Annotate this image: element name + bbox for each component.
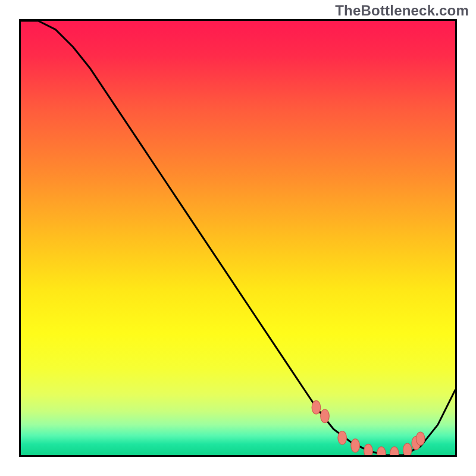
marker-dot: [364, 444, 373, 455]
highlight-points: [312, 400, 425, 455]
marker-dot: [403, 443, 412, 455]
bottleneck-curve: [21, 21, 455, 455]
chart-frame: TheBottleneck.com: [0, 0, 476, 476]
marker-dot: [377, 447, 386, 455]
marker-dot: [321, 409, 330, 423]
chart-layer: [21, 21, 455, 455]
marker-dot: [338, 431, 347, 444]
marker-dot: [390, 447, 399, 455]
watermark-text: TheBottleneck.com: [335, 2, 469, 19]
marker-dot: [416, 432, 425, 446]
marker-dot: [351, 439, 360, 453]
marker-dot: [312, 400, 321, 414]
plot-area: [19, 19, 457, 457]
